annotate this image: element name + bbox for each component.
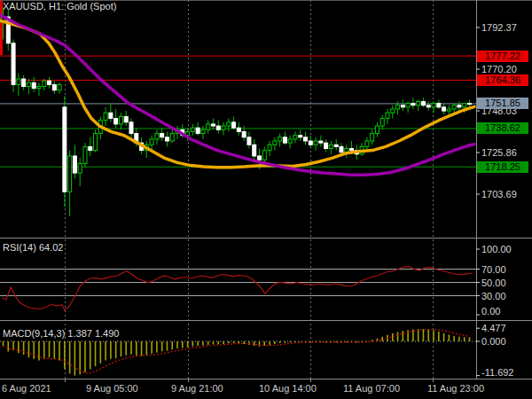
time-axis-label: 11 Aug 07:00 xyxy=(343,383,400,394)
time-axis-label: 9 Aug 05:00 xyxy=(86,383,138,394)
time-axis-label: 6 Aug 2021 xyxy=(2,383,51,394)
time-axis-label: 11 Aug 23:00 xyxy=(427,383,484,394)
chart-window: XAUUSD, H1: Gold (Spot) RSI(14) 64.02 MA… xyxy=(0,0,532,399)
time-axis-label: 10 Aug 14:00 xyxy=(259,383,317,394)
time-axis-label: 9 Aug 21:00 xyxy=(171,383,223,394)
time-axis[interactable]: 6 Aug 20219 Aug 05:009 Aug 21:0010 Aug 1… xyxy=(0,0,532,399)
